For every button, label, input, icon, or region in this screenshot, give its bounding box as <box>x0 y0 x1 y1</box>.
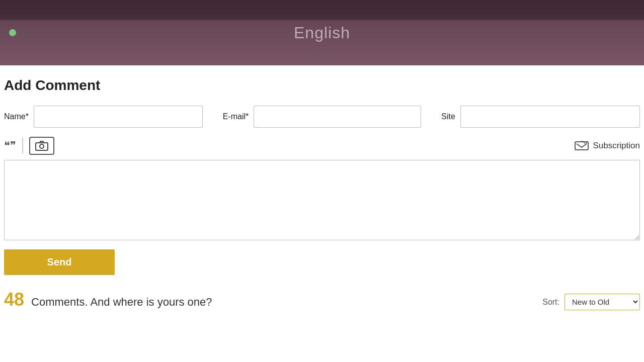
quote-icon[interactable]: ❝❞ <box>4 139 16 152</box>
comments-count-row: 48 Comments. And where is yours one? <box>4 289 212 310</box>
comments-count: 48 <box>4 289 24 310</box>
comments-label: Comments. And where is yours one? <box>31 296 212 309</box>
name-field-group: Name* <box>4 106 203 128</box>
green-dot-indicator <box>9 29 16 36</box>
sort-label: Sort: <box>542 298 559 307</box>
header-banner: English <box>0 0 644 65</box>
name-label: Name* <box>4 112 29 121</box>
site-label: Site <box>441 112 455 121</box>
svg-rect-2 <box>575 142 588 150</box>
email-field-group: E-mail* <box>223 106 422 128</box>
comment-textarea[interactable] <box>4 160 640 240</box>
sort-select[interactable]: New to Old Old to New Most Liked <box>565 294 640 310</box>
toolbar-divider <box>22 138 23 154</box>
email-label: E-mail* <box>223 112 249 121</box>
camera-button[interactable] <box>29 137 54 155</box>
svg-point-1 <box>40 144 44 148</box>
toolbar-left: ❝❞ <box>4 137 54 155</box>
name-input[interactable] <box>34 106 203 128</box>
send-button[interactable]: Send <box>4 249 115 275</box>
sort-row: Sort: New to Old Old to New Most Liked <box>542 294 640 310</box>
subscription-icon <box>575 140 589 152</box>
camera-icon <box>35 140 48 151</box>
comments-footer: 48 Comments. And where is yours one? Sor… <box>4 289 640 315</box>
main-content: Add Comment Name* E-mail* Site ❝❞ <box>0 65 644 327</box>
subscription-label: Subscription <box>593 141 640 151</box>
email-input[interactable] <box>254 106 421 128</box>
site-field-group: Site <box>441 106 640 128</box>
subscription-button[interactable]: Subscription <box>575 140 640 152</box>
form-fields-row: Name* E-mail* Site <box>4 106 640 128</box>
site-input[interactable] <box>460 106 640 128</box>
toolbar-row: ❝❞ Subscription <box>4 137 640 155</box>
header-title: English <box>294 24 350 42</box>
add-comment-title: Add Comment <box>4 77 640 94</box>
